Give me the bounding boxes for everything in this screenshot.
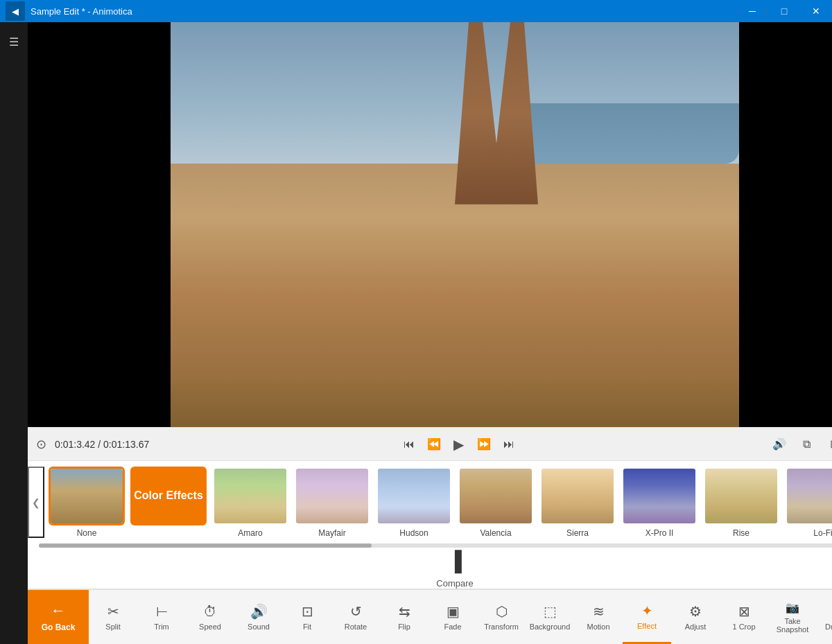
toolbar-rotate[interactable]: ↺ Rotate (331, 590, 380, 644)
maximize-button[interactable]: □ (768, 0, 800, 22)
menu-button[interactable]: ☰ (0, 28, 28, 55)
crop-icon: ⊠ (738, 603, 750, 620)
split-label: Split (105, 623, 120, 631)
effect-item-mayfair[interactable]: Mayfair (294, 467, 370, 538)
left-sidebar: ☰ (0, 22, 28, 644)
copy-button[interactable]: ⧉ (796, 433, 818, 455)
step-back-button[interactable]: ⏪ (423, 433, 445, 455)
effects-scroll-area: None Color Effects Amaro (46, 467, 832, 538)
go-back-arrow-icon: ← (51, 602, 66, 620)
toolbar-trim[interactable]: ⊢ Trim (137, 590, 186, 644)
clock-icon: ⊙ (36, 437, 46, 452)
snapshot-icon: 📷 (786, 601, 799, 614)
effect-item-color-effects[interactable]: Color Effects (130, 467, 207, 538)
title-back-button[interactable]: ◀ (6, 1, 25, 21)
effect-item-none[interactable]: None (49, 467, 125, 538)
main-layout: ☰ ⊙ 0:01:3.42 / 0:01:13.67 ⏮ ⏪ ▶ (0, 22, 832, 644)
effect-thumb-none (49, 467, 125, 525)
effect-icon: ✦ (641, 602, 653, 619)
effects-scroll-left[interactable]: ❮ (28, 467, 44, 538)
effect-label-rise: Rise (733, 528, 749, 538)
speed-icon: ⏱ (203, 604, 217, 620)
volume-button[interactable]: 🔊 (768, 433, 790, 455)
effect-item-amaro[interactable]: Amaro (212, 467, 288, 538)
effects-panel: ❮ None Color Effects (28, 460, 832, 589)
fit-icon: ⊡ (302, 603, 313, 620)
thumb-none-image (51, 469, 123, 523)
adjust-label: Adjust (685, 623, 707, 631)
effect-thumb-color-effects: Color Effects (130, 467, 207, 525)
effects-scrollbar[interactable] (39, 543, 832, 548)
toolbar-items: ✂ Split ⊢ Trim ⏱ Speed 🔊 Sound ⊡ Fit (89, 590, 832, 644)
toolbar-effect[interactable]: ✦ Effect (623, 590, 671, 644)
effect-label-mayfair: Mayfair (318, 528, 345, 538)
effect-item-xpro2[interactable]: X-Pro II (621, 467, 697, 538)
sound-icon: 🔊 (250, 603, 268, 620)
effect-item-valencia[interactable]: Valencia (458, 467, 534, 538)
effects-row: ❮ None Color Effects (28, 461, 832, 543)
effect-thumb-xpro2 (621, 467, 697, 525)
title-bar: ◀ Sample Edit * - Animotica ─ □ ✕ (0, 0, 832, 22)
effect-item-lofi[interactable]: Lo-Fi (785, 467, 832, 538)
effect-label-none: None (77, 528, 97, 538)
effect-item-sierra[interactable]: Sierra (539, 467, 616, 538)
background-icon: ⬚ (544, 603, 557, 620)
time-display: 0:01:3.42 / 0:01:13.67 (55, 439, 149, 450)
back-arrow-icon: ◀ (12, 6, 19, 17)
thumb-rise-image (705, 469, 777, 523)
grid-button[interactable]: ⊞ (824, 433, 832, 455)
play-button[interactable]: ▶ (448, 433, 470, 455)
toolbar-split[interactable]: ✂ Split (89, 590, 137, 644)
compare-icon: ▐ (448, 550, 462, 573)
playback-controls: ⏮ ⏪ ▶ ⏩ ⏭ (398, 433, 520, 455)
flip-icon: ⇆ (399, 603, 410, 620)
rotate-icon: ↺ (350, 603, 362, 620)
compare-label: Compare (436, 578, 473, 589)
toolbar-sound[interactable]: 🔊 Sound (234, 590, 283, 644)
close-icon: ✕ (812, 6, 820, 17)
toolbar-duplicate[interactable]: ⧉ Duplicate (817, 590, 832, 644)
transport-right-controls: 🔊 ⧉ ⊞ ⤢ (768, 433, 832, 455)
thumb-hudson-image (378, 469, 450, 523)
skip-forward-button[interactable]: ⏭ (498, 433, 520, 455)
toolbar-fit[interactable]: ⊡ Fit (283, 590, 331, 644)
effect-item-rise[interactable]: Rise (703, 467, 779, 538)
go-back-button[interactable]: ← Go Back (28, 590, 89, 644)
flip-label: Flip (398, 623, 410, 631)
toolbar-transform[interactable]: ⬡ Transform (477, 590, 526, 644)
toolbar-adjust[interactable]: ⚙ Adjust (671, 590, 720, 644)
bottom-toolbar: ← Go Back ✂ Split ⊢ Trim ⏱ Speed 🔊 (28, 589, 832, 644)
split-icon: ✂ (107, 603, 119, 620)
toolbar-snapshot[interactable]: 📷 Take Snapshot (768, 590, 817, 644)
effect-thumb-amaro (212, 467, 288, 525)
effect-item-hudson[interactable]: Hudson (376, 467, 452, 538)
minimize-button[interactable]: ─ (736, 0, 768, 22)
app-title: Sample Edit * - Animotica (31, 6, 132, 17)
effect-label-sierra: Sierra (566, 528, 589, 538)
effect-thumb-lofi (785, 467, 832, 525)
transform-label: Transform (484, 623, 519, 631)
toolbar-flip[interactable]: ⇆ Flip (380, 590, 428, 644)
effect-label-hudson: Hudson (399, 528, 428, 538)
toolbar-speed[interactable]: ⏱ Speed (186, 590, 234, 644)
trim-icon: ⊢ (156, 603, 168, 620)
effects-scrollbar-thumb (39, 543, 372, 548)
close-button[interactable]: ✕ (800, 0, 832, 22)
toolbar-background[interactable]: ⬚ Background (526, 590, 574, 644)
crop-label: 1 Crop (732, 623, 755, 631)
video-canvas (171, 22, 739, 427)
trim-label: Trim (154, 623, 169, 631)
go-back-label: Go Back (42, 623, 76, 632)
toolbar-crop[interactable]: ⊠ 1 Crop (720, 590, 768, 644)
sand-layer (171, 164, 739, 427)
effect-thumb-sierra (539, 467, 616, 525)
skip-back-button[interactable]: ⏮ (398, 433, 420, 455)
step-forward-button[interactable]: ⏩ (473, 433, 495, 455)
sound-label: Sound (248, 623, 270, 631)
effect-thumb-mayfair (294, 467, 370, 525)
toolbar-motion[interactable]: ≋ Motion (574, 590, 623, 644)
duplicate-label: Duplicate (825, 623, 832, 631)
toolbar-fade[interactable]: ▣ Fade (428, 590, 477, 644)
fit-label: Fit (303, 623, 311, 631)
effect-thumb-rise (703, 467, 779, 525)
